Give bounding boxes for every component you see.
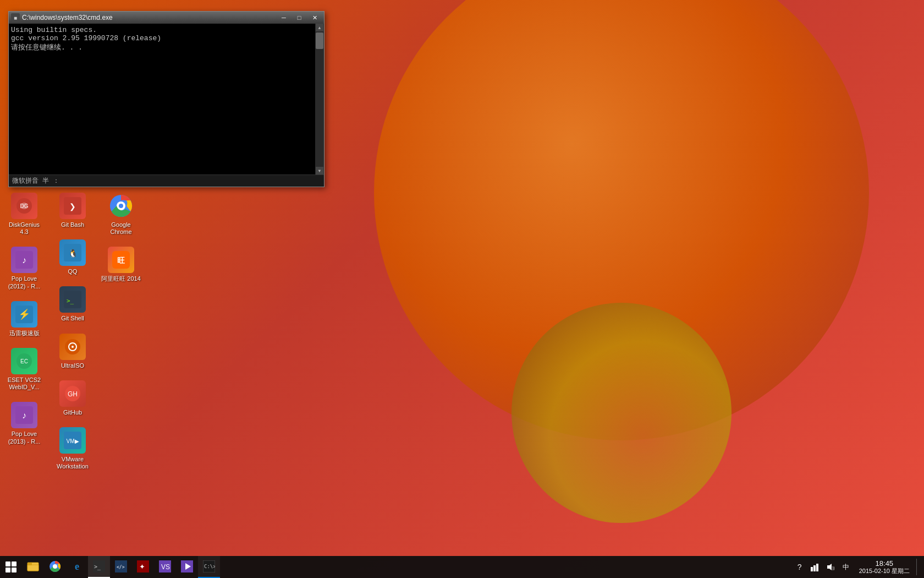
esetvcs2-icon: EC (11, 348, 37, 374)
cmd-window-buttons: ─ □ ✕ (277, 13, 322, 22)
esetvcs2-svg: EC (15, 352, 33, 370)
bg-circle-small (512, 303, 732, 523)
qq-svg: 🐧 (64, 244, 81, 261)
poplove2012-icon: ♪ (11, 247, 37, 273)
taskbar-ie[interactable]: e (66, 556, 88, 578)
vmware-icon: VM▶ (59, 427, 86, 454)
cmd-window-icon: ■ (11, 13, 20, 22)
scrollbar-down-arrow[interactable]: ▼ (316, 167, 323, 175)
vs-debug-icon (180, 560, 194, 573)
svg-rect-49 (816, 564, 818, 571)
github-svg: GH (64, 385, 81, 402)
poplove2013-label: Pop Love (2013) - R... (4, 430, 44, 445)
clock-date: 2015-02-10 星期二 (859, 568, 910, 575)
github-icon: GH (59, 380, 86, 407)
desktop-icon-aliww2014[interactable]: 旺 阿里旺旺 2014 (99, 242, 143, 287)
start-quad-4 (12, 568, 16, 572)
desktop-icon-qq[interactable]: 🐧 QQ (51, 235, 95, 280)
app1-icon: ✦ (136, 560, 150, 573)
cmd-titlebar-left: ■ C:\windows\system32\cmd.exe (11, 13, 113, 22)
cmd-close-button[interactable]: ✕ (307, 13, 322, 22)
tray-ime-icon[interactable]: 中 (839, 560, 853, 574)
taskbar-clock[interactable]: 18:45 2015-02-10 星期二 (855, 556, 914, 578)
esetvcs2-label: ESET VCS2 WebID_V... (4, 377, 44, 391)
aliww2014-icon: 旺 (108, 247, 134, 273)
tray-volume-icon[interactable]: )))) (824, 560, 837, 574)
github-label: GitHub (63, 409, 82, 416)
svg-text:EC: EC (20, 358, 28, 364)
aliww2014-svg: 旺 (112, 251, 130, 269)
start-quad-1 (6, 561, 10, 566)
gitshell-icon: >_ (59, 286, 86, 313)
svg-rect-47 (811, 567, 813, 571)
svg-text:✦: ✦ (139, 563, 145, 571)
taskbar-app1[interactable]: ✦ (132, 556, 154, 578)
svg-text:♪: ♪ (22, 411, 26, 420)
cmd-window: ■ C:\windows\system32\cmd.exe ─ □ ✕ Usin… (8, 11, 324, 187)
vmware-label: VMware Workstation (53, 456, 92, 470)
ultraiso-icon (59, 334, 86, 360)
svg-text:VS: VS (161, 563, 170, 571)
tray-show-desktop[interactable] (916, 559, 920, 575)
desktop-icon-diskgenius[interactable]: DG DiskGenius 4.3 (2, 188, 46, 240)
chrome-icon (108, 193, 134, 219)
svg-marker-50 (827, 564, 832, 570)
qq-label: QQ (68, 268, 77, 275)
scrollbar-up-arrow[interactable]: ▲ (316, 24, 323, 31)
desktop-icon-esetvcs2[interactable]: EC ESET VCS2 WebID_V... (2, 343, 46, 395)
svg-text:旺: 旺 (117, 256, 125, 265)
desktop-icon-github[interactable]: GH GitHub (51, 376, 95, 421)
cmd-body: Using builtin specs. gcc version 2.95 19… (9, 24, 324, 175)
gitshell-svg: >_ (64, 291, 81, 308)
start-quad-3 (6, 568, 10, 572)
scrollbar-thumb[interactable] (316, 32, 323, 49)
cmd-title: C:\windows\system32\cmd.exe (22, 14, 113, 21)
cmd-maximize-button[interactable]: □ (292, 13, 306, 22)
svg-text:>_: >_ (94, 564, 101, 570)
file-explorer-icon (26, 560, 40, 573)
diskgenius-label: DiskGenius 4.3 (4, 221, 44, 236)
clock-time: 18:45 (876, 559, 894, 568)
cmd-line-2: gcc version 2.95 19990728 (release) (11, 34, 322, 42)
taskbar-chrome-icon (48, 560, 62, 573)
poplove2013-icon: ♪ (11, 402, 37, 428)
svg-text:C:\>: C:\> (204, 564, 215, 569)
tray-network-icon[interactable] (809, 560, 822, 574)
svg-text:>_: >_ (67, 297, 74, 304)
taskbar-devtools[interactable]: </> (110, 556, 132, 578)
xunlei-icon: ⚡ (11, 301, 37, 328)
taskbar-cmd[interactable]: >_ (88, 556, 110, 578)
cmd-taskbar-icon: >_ (92, 560, 106, 573)
svg-rect-48 (813, 565, 816, 571)
desktop: ■ C:\windows\system32\cmd.exe ─ □ ✕ Usin… (0, 0, 924, 578)
vmware-svg: VM▶ (64, 432, 81, 449)
start-button[interactable] (0, 556, 22, 578)
cmd-scrollbar[interactable]: ▲ ▼ (315, 24, 324, 175)
desktop-icon-gitshell[interactable]: >_ Git Shell (51, 282, 95, 326)
cmd-active-icon: C:\> (202, 560, 216, 573)
desktop-icon-gitbash[interactable]: ❯ Git Bash (51, 188, 95, 233)
poplove2013-svg: ♪ (15, 406, 33, 424)
svg-rect-32 (28, 563, 32, 565)
desktop-icon-vmware[interactable]: VM▶ VMware Workstation (51, 423, 95, 475)
poplove2012-svg: ♪ (15, 251, 33, 269)
cmd-minimize-button[interactable]: ─ (277, 13, 291, 22)
desktop-icon-chrome[interactable]: Google Chrome (99, 188, 143, 240)
svg-text:⚡: ⚡ (18, 308, 31, 320)
taskbar-cmd-active[interactable]: C:\> (198, 556, 220, 578)
desktop-icon-poplove2012[interactable]: ♪ Pop Love (2012) - R... (2, 242, 46, 294)
gitshell-label: Git Shell (61, 315, 84, 322)
xunlei-svg: ⚡ (15, 306, 33, 323)
desktop-icon-ultraiso[interactable]: UltraISO (51, 329, 95, 374)
ie-icon: e (70, 560, 84, 573)
tray-question-icon[interactable]: ? (793, 560, 806, 574)
desktop-icon-poplove2013[interactable]: ♪ Pop Love (2013) - R... (2, 397, 46, 449)
taskbar-chrome[interactable] (44, 556, 66, 578)
qq-icon: 🐧 (59, 239, 86, 266)
taskbar-vs-debug[interactable] (176, 556, 198, 578)
taskbar-vs[interactable]: VS (154, 556, 176, 578)
taskbar-file-explorer[interactable] (22, 556, 44, 578)
ultraiso-label: UltraISO (61, 362, 84, 369)
desktop-icon-xunlei[interactable]: ⚡ 迅雷极速版 (2, 297, 46, 341)
system-tray: ? )))) 中 18:45 2015-02-10 星期二 (789, 556, 924, 578)
